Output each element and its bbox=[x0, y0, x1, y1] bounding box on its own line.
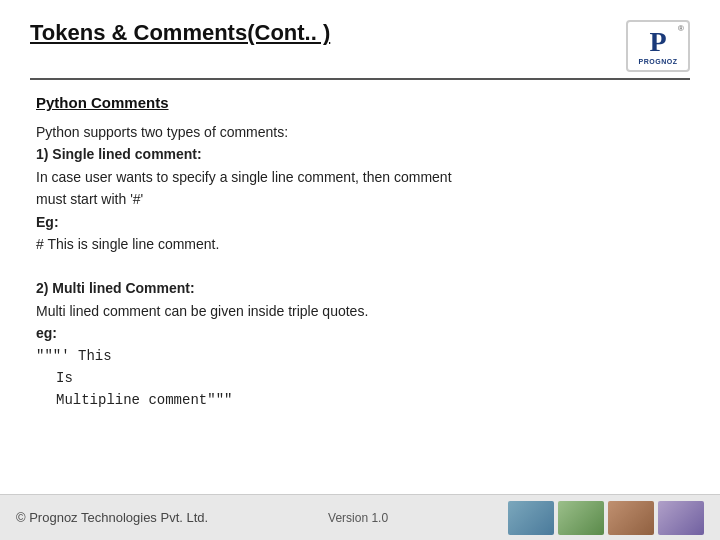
footer-version: Version 1.0 bbox=[328, 511, 388, 525]
slide-title: Tokens & Comments(Cont.. ) bbox=[30, 20, 330, 46]
footer: © Prognoz Technologies Pvt. Ltd. Version… bbox=[0, 494, 720, 540]
logo-letter: P bbox=[649, 28, 666, 56]
header: Tokens & Comments(Cont.. ) ® P PROGNOZ bbox=[30, 20, 690, 80]
footer-copyright: © Prognoz Technologies Pvt. Ltd. bbox=[16, 510, 208, 525]
thumb-4 bbox=[658, 501, 704, 535]
intro-text: Python supports two types of comments: bbox=[36, 121, 684, 143]
logo-brand: PROGNOZ bbox=[639, 58, 678, 65]
thumb-1 bbox=[508, 501, 554, 535]
thumb-3 bbox=[608, 501, 654, 535]
main-content: Python Comments Python supports two type… bbox=[30, 94, 690, 412]
single-eg-label: Eg: bbox=[36, 211, 684, 233]
single-desc2: must start with '#' bbox=[36, 188, 684, 210]
footer-thumbnails bbox=[508, 501, 704, 535]
multi-code-line3: Multipline comment""" bbox=[56, 389, 684, 411]
single-desc1: In case user wants to specify a single l… bbox=[36, 166, 684, 188]
multi-eg-label: eg: bbox=[36, 322, 684, 344]
single-title: 1) Single lined comment: bbox=[36, 143, 684, 165]
multi-section: 2) Multi lined Comment: Multi lined comm… bbox=[36, 277, 684, 411]
multi-code-line1: """' This bbox=[36, 345, 684, 367]
logo: ® P PROGNOZ bbox=[626, 20, 690, 72]
multi-code-line2: Is bbox=[56, 367, 684, 389]
thumb-2 bbox=[558, 501, 604, 535]
multi-desc: Multi lined comment can be given inside … bbox=[36, 300, 684, 322]
content-body: Python supports two types of comments: 1… bbox=[36, 121, 684, 412]
footer-left: © Prognoz Technologies Pvt. Ltd. bbox=[16, 510, 208, 525]
multi-title: 2) Multi lined Comment: bbox=[36, 277, 684, 299]
section-heading: Python Comments bbox=[36, 94, 684, 111]
logo-reg: ® bbox=[678, 24, 684, 33]
slide: Tokens & Comments(Cont.. ) ® P PROGNOZ P… bbox=[0, 0, 720, 540]
single-eg-code: # This is single line comment. bbox=[36, 233, 684, 255]
